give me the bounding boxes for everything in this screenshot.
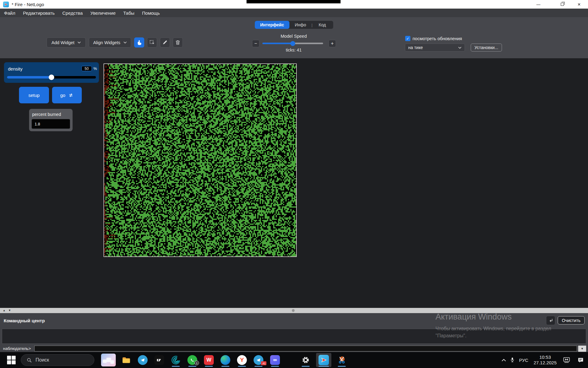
setup-button[interactable]: setup bbox=[19, 87, 49, 103]
taskbar-wps-office[interactable]: W bbox=[203, 353, 215, 367]
window-title: * Fire - NetLogo bbox=[12, 2, 44, 7]
update-mode-dropdown[interactable]: на тике bbox=[405, 44, 465, 52]
taskbar-snipping-tool[interactable] bbox=[336, 353, 348, 367]
speed-decrease-button[interactable]: − bbox=[252, 40, 259, 47]
taskbar: Поиск bbox=[0, 352, 588, 368]
tab-code[interactable]: Код bbox=[312, 21, 332, 29]
clock[interactable]: 10:53 27.12.2025 bbox=[530, 355, 560, 366]
taskbar-file-explorer[interactable] bbox=[120, 353, 132, 367]
menu-tabs[interactable]: Табы bbox=[123, 10, 134, 16]
restore-button[interactable] bbox=[555, 0, 569, 9]
telegram-badge: .41 bbox=[261, 361, 266, 365]
taskbar-search[interactable]: Поиск bbox=[21, 354, 94, 366]
chevron-down-icon bbox=[77, 41, 81, 44]
menu-edit[interactable]: Редактировать bbox=[23, 10, 55, 16]
clear-button[interactable]: Очистить bbox=[558, 316, 585, 324]
scissors-icon bbox=[337, 356, 346, 364]
notification-center-icon[interactable] bbox=[573, 357, 588, 363]
speed-slider-fill bbox=[262, 43, 293, 44]
command-prompt-row: наблюдатель> ▼ bbox=[0, 345, 588, 352]
speed-increase-button[interactable]: + bbox=[329, 40, 336, 47]
netlogo-app-icon bbox=[3, 2, 9, 7]
tab-interface[interactable]: Интерфейс bbox=[255, 21, 289, 29]
start-button[interactable] bbox=[7, 355, 16, 365]
taskbar-tradingview[interactable] bbox=[153, 353, 165, 367]
menu-bar: Файл Редактировать Средства Увеличение Т… bbox=[0, 9, 588, 17]
density-slider-fill bbox=[7, 76, 51, 79]
command-center-popout-button[interactable] bbox=[546, 316, 555, 325]
hidden-icons-chevron[interactable] bbox=[500, 359, 508, 362]
world-canvas[interactable] bbox=[104, 64, 296, 256]
taskbar-telegram-2[interactable]: .41 bbox=[252, 353, 265, 367]
density-unit: % bbox=[93, 66, 97, 71]
model-speed-title: Model Speed bbox=[263, 34, 324, 39]
taskbar-telegram[interactable] bbox=[137, 353, 149, 367]
observer-prompt-label: наблюдатель> bbox=[3, 346, 31, 351]
view-updates-checkbox[interactable]: ✓ bbox=[405, 36, 410, 41]
taskbar-edge[interactable] bbox=[219, 353, 232, 367]
interact-hand-tool-button[interactable] bbox=[134, 37, 144, 48]
cast-icon[interactable] bbox=[560, 357, 573, 363]
screen: * Fire - NetLogo — ✕ Файл Редактировать … bbox=[0, 0, 588, 368]
clear-button-label: Очистить bbox=[562, 318, 581, 323]
taskbar-gologin[interactable]: ∞ bbox=[269, 353, 281, 367]
model-speed-slider[interactable] bbox=[262, 43, 323, 44]
language-indicator[interactable]: РУС bbox=[517, 358, 530, 363]
edit-widget-tool-button[interactable] bbox=[160, 37, 170, 48]
taskbar-netlogo-active[interactable] bbox=[316, 353, 331, 367]
command-output-area[interactable] bbox=[2, 329, 586, 344]
command-input[interactable] bbox=[34, 346, 577, 351]
add-widget-label: Add Widget bbox=[51, 40, 74, 45]
widgets-weather-icon[interactable] bbox=[101, 354, 116, 366]
menu-tools[interactable]: Средства bbox=[62, 10, 83, 16]
go-button[interactable]: go bbox=[52, 87, 82, 103]
menu-file[interactable]: Файл bbox=[4, 10, 15, 16]
command-history-dropdown[interactable]: ▼ bbox=[578, 346, 586, 352]
splitter-up-icon[interactable]: ▲ bbox=[3, 309, 6, 312]
taskbar-yandex-browser[interactable]: Y bbox=[236, 353, 248, 367]
tray-date: 27.12.2025 bbox=[533, 360, 556, 366]
chevron-down-icon bbox=[458, 47, 462, 49]
taskbar-settings[interactable] bbox=[300, 353, 312, 367]
yandex-browser-icon: Y bbox=[237, 355, 247, 365]
delete-widget-tool-button[interactable] bbox=[173, 37, 183, 48]
align-widgets-label: Align Widgets bbox=[93, 40, 120, 45]
view-updates-label: посмотреть обновления bbox=[413, 36, 462, 41]
search-icon bbox=[27, 358, 32, 363]
update-mode-value: на тике bbox=[408, 45, 423, 50]
dropdown-triangle-icon: ▼ bbox=[581, 347, 584, 350]
close-button[interactable]: ✕ bbox=[572, 0, 586, 9]
whatsapp-badge: 1 bbox=[194, 361, 199, 365]
tradingview-icon bbox=[154, 355, 164, 365]
align-widgets-dropdown[interactable]: Align Widgets bbox=[89, 37, 131, 48]
microphone-icon[interactable] bbox=[508, 357, 517, 363]
density-slider-track[interactable] bbox=[7, 76, 96, 79]
command-center-title: Командный центр bbox=[4, 318, 45, 323]
density-slider-widget[interactable]: density 50 % bbox=[4, 62, 99, 83]
select-widgets-tool-button[interactable] bbox=[147, 37, 157, 48]
edge-icon bbox=[221, 355, 230, 365]
settings-button-label: Установки... bbox=[474, 45, 498, 50]
density-slider-thumb[interactable] bbox=[49, 75, 54, 80]
settings-button[interactable]: Установки... bbox=[471, 44, 502, 52]
netlogo-icon bbox=[318, 355, 329, 365]
minimize-button[interactable]: — bbox=[531, 0, 545, 9]
pencil-icon bbox=[162, 40, 168, 45]
chevron-down-icon bbox=[123, 41, 127, 44]
minimize-icon: — bbox=[537, 2, 541, 7]
restore-icon bbox=[561, 3, 564, 6]
splitter-down-icon[interactable]: ▼ bbox=[8, 309, 11, 312]
check-icon: ✓ bbox=[406, 36, 409, 41]
splitter-handle-dot[interactable] bbox=[292, 309, 295, 312]
taskbar-wave-app[interactable] bbox=[170, 353, 182, 367]
search-placeholder: Поиск bbox=[36, 357, 49, 363]
menu-help[interactable]: Помощь bbox=[142, 10, 160, 16]
menu-zoom[interactable]: Увеличение bbox=[90, 10, 116, 16]
taskbar-whatsapp[interactable]: 1 bbox=[186, 353, 198, 367]
command-center: Командный центр Очистить bbox=[0, 313, 588, 345]
minus-icon: − bbox=[254, 41, 257, 46]
speed-slider-thumb[interactable] bbox=[290, 41, 295, 46]
tab-info[interactable]: Инфо bbox=[289, 21, 311, 29]
world-view[interactable] bbox=[104, 63, 297, 257]
add-widget-dropdown[interactable]: Add Widget bbox=[47, 37, 86, 48]
